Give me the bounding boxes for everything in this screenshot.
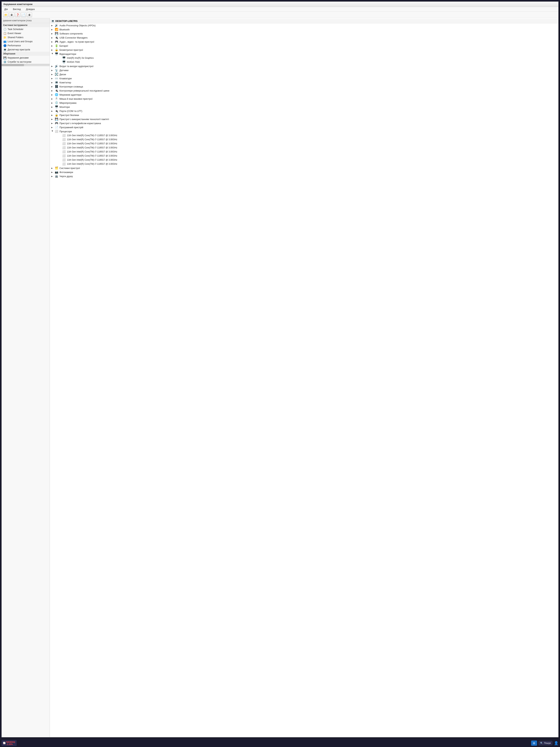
nasdaq-name: NASDAQ xyxy=(6,741,15,743)
device-item[interactable]: 🖥️Intel(R) Iris(R) Xe Graphics xyxy=(50,56,558,60)
device-item[interactable]: ▶💾Пристрої з використанням технології па… xyxy=(50,117,558,121)
device-icon: ⬜ xyxy=(62,146,66,149)
device-icon: 🔌 xyxy=(55,109,58,113)
device-item[interactable]: ▶🌐Мережеві адаптери xyxy=(50,93,558,97)
device-item[interactable]: ▶🔋Батареї xyxy=(50,44,558,48)
device-item[interactable]: ▶🗄️Контролери сховища xyxy=(50,84,558,88)
sidebar-item-disk-management[interactable]: 💾 Керування дисками xyxy=(2,56,50,60)
device-label: 11th Gen Intel(R) Core(TM) i7-1185G7 @ 3… xyxy=(67,159,117,161)
expand-arrow: ▶ xyxy=(51,94,54,96)
device-item[interactable]: ⬜11th Gen Intel(R) Core(TM) i7-1185G7 @ … xyxy=(50,137,558,141)
task-scheduler-icon: 🕐 xyxy=(3,28,6,31)
device-item[interactable]: 🖥️NVIDIA T500 xyxy=(50,60,558,64)
device-item[interactable]: ▶🖨️Черги друку xyxy=(50,174,558,178)
device-icon: 🌐 xyxy=(55,93,58,96)
services-label: Служби та застосунки xyxy=(7,60,31,63)
device-icon: ⬜ xyxy=(62,150,66,153)
device-item[interactable]: ▶🔊Вхідні та вихідні аудіопристрої xyxy=(50,64,558,68)
toolbar: 📁 🖥 ❓ 📄 🖥 xyxy=(2,12,558,18)
windows-start-button[interactable]: ⊞ xyxy=(531,741,537,746)
device-list: ▶🔊Audio Processing Objects (APOs)▶📶Bluet… xyxy=(50,23,558,178)
toolbar-screen-btn[interactable]: 🖥 xyxy=(9,12,14,17)
device-item[interactable]: ▶🔌Контролери універсальної послідовної ш… xyxy=(50,88,558,93)
taskbar-app-nasdaq[interactable]: 📈 NASDAQ -1.15% xyxy=(1,740,17,746)
sidebar-item-performance[interactable]: 🔵 Performance xyxy=(2,44,50,48)
expand-arrow: ▶ xyxy=(51,69,54,71)
local-users-icon: 👥 xyxy=(3,40,6,43)
device-item[interactable]: ▶⌨️Клавіатури xyxy=(50,76,558,80)
device-item[interactable]: ⬜11th Gen Intel(R) Core(TM) i7-1185G7 @ … xyxy=(50,154,558,158)
device-item[interactable]: ⬜11th Gen Intel(R) Core(TM) i7-1185G7 @ … xyxy=(50,141,558,146)
device-icon: 🔌 xyxy=(55,36,58,39)
device-item[interactable]: ▶🔒Біометричні пристрої xyxy=(50,48,558,52)
device-item[interactable]: ▶📶Bluetooth xyxy=(50,27,558,31)
device-item[interactable]: ▶💾Software components xyxy=(50,31,558,35)
device-item[interactable]: ⬜11th Gen Intel(R) Core(TM) i7-1185G7 @ … xyxy=(50,133,558,137)
device-item[interactable]: ⬜11th Gen Intel(R) Core(TM) i7-1185G7 @ … xyxy=(50,146,558,150)
device-label: 11th Gen Intel(R) Core(TM) i7-1185G7 @ 3… xyxy=(67,138,117,141)
toolbar-monitor-btn[interactable]: 🖥 xyxy=(27,12,32,17)
sidebar-item-task-scheduler[interactable]: 🕐 Task Scheduler xyxy=(2,27,50,31)
device-icon: 📶 xyxy=(55,28,58,31)
device-item[interactable]: ▶🗂️Системні пристрої xyxy=(50,166,558,170)
search-placeholder: Пошук xyxy=(544,742,551,744)
app-window: Керування комп'ютером Дія Вигляд Довідка… xyxy=(1,1,559,737)
toolbar-folder-btn[interactable]: 📁 xyxy=(3,12,8,17)
right-panel-header: 💻 DESKTOP-LI5E7RS xyxy=(50,19,558,23)
sidebar-item-shared-folders[interactable]: 📁 Shared Folders xyxy=(2,35,50,40)
device-item[interactable]: ⬜11th Gen Intel(R) Core(TM) i7-1185G7 @ … xyxy=(50,150,558,154)
device-label: Батареї xyxy=(59,45,68,47)
menu-view[interactable]: Вигляд xyxy=(12,7,22,11)
device-item[interactable]: ▶🖥️Відеоадаптери xyxy=(50,52,558,56)
device-item[interactable]: ▶🔌Порти (COM та LPT) xyxy=(50,109,558,113)
search-box[interactable]: 🔍 Пошук xyxy=(538,741,553,745)
device-item[interactable]: ▶⬜Процесори xyxy=(50,129,558,133)
device-item[interactable]: ▶💽Диски xyxy=(50,72,558,76)
device-item[interactable]: ▶🔒Пристрої безпеки xyxy=(50,113,558,117)
device-icon: 🖨️ xyxy=(55,175,58,178)
expand-arrow: ▶ xyxy=(51,114,54,116)
device-item[interactable]: ▶🎮Аудіо-, відео- та ігрові пристрої xyxy=(50,40,558,44)
section-system-tools: Системні інструменти xyxy=(2,23,50,27)
menu-bar: Дія Вигляд Довідка xyxy=(2,7,558,12)
device-item[interactable]: ⬜11th Gen Intel(R) Core(TM) i7-1185G7 @ … xyxy=(50,158,558,162)
toolbar-help-btn[interactable]: ❓ xyxy=(15,12,20,17)
toolbar-copy-btn[interactable]: 📄 xyxy=(21,12,26,17)
device-icon: 🔌 xyxy=(55,89,58,92)
title-text: Керування комп'ютером xyxy=(3,3,32,5)
sidebar-item-device-manager[interactable]: 💻 Диспетчер пристроїв xyxy=(2,48,50,52)
expand-arrow: ▶ xyxy=(51,81,54,83)
event-viewer-icon: 📋 xyxy=(3,32,6,35)
device-item[interactable]: ▶💿Мікропрограма: xyxy=(50,101,558,105)
sidebar-item-services[interactable]: ⚙️ Служби та застосунки xyxy=(2,60,50,64)
device-item[interactable]: ▶📡Датчики xyxy=(50,68,558,72)
expand-arrow: ▶ xyxy=(52,53,54,55)
sidebar-item-event-viewer[interactable]: 📋 Event Viewer xyxy=(2,31,50,35)
menu-help[interactable]: Довідка xyxy=(25,7,36,11)
device-icon: 🎮 xyxy=(55,122,58,125)
computer-icon: 💻 xyxy=(51,20,54,22)
performance-icon: 🔵 xyxy=(3,44,6,47)
device-item[interactable]: ▶🖱️Миша й інші вказівні пристрої xyxy=(50,97,558,101)
device-label: Системні пристрої xyxy=(59,167,80,170)
left-panel-scrollbar[interactable] xyxy=(2,64,50,66)
expand-arrow: ▶ xyxy=(52,130,54,132)
device-item[interactable]: ▶🔌USB Connector Managers xyxy=(50,35,558,40)
device-item[interactable]: ▶🖥️Монітори xyxy=(50,105,558,109)
menu-action[interactable]: Дія xyxy=(3,7,9,11)
device-label: 11th Gen Intel(R) Core(TM) i7-1185G7 @ 3… xyxy=(67,163,117,165)
device-item[interactable]: ▶🎮Пристрої з інтерфейсом користувача xyxy=(50,121,558,125)
expand-arrow: ▶ xyxy=(51,122,54,124)
device-icon: 💻 xyxy=(55,81,58,84)
device-item[interactable]: ▶🔊Audio Processing Objects (APOs) xyxy=(50,23,558,27)
taskbar-right: ⊞ 🔍 Пошук 👤 xyxy=(531,741,559,746)
sidebar-item-local-users[interactable]: 👥 Local Users and Groups xyxy=(2,40,50,44)
avatar-icon: 👤 xyxy=(554,741,559,745)
device-item[interactable]: ▶💻Комп'ютер xyxy=(50,80,558,84)
device-item[interactable]: ▶📄Програмний пристрій xyxy=(50,125,558,129)
device-icon: 🖱️ xyxy=(55,97,58,100)
device-label: Мікропрограма: xyxy=(59,102,77,104)
device-item[interactable]: ⬜11th Gen Intel(R) Core(TM) i7-1185G7 @ … xyxy=(50,162,558,166)
device-item[interactable]: ▶📷Фотокамери xyxy=(50,170,558,174)
expand-arrow: ▶ xyxy=(51,73,54,75)
